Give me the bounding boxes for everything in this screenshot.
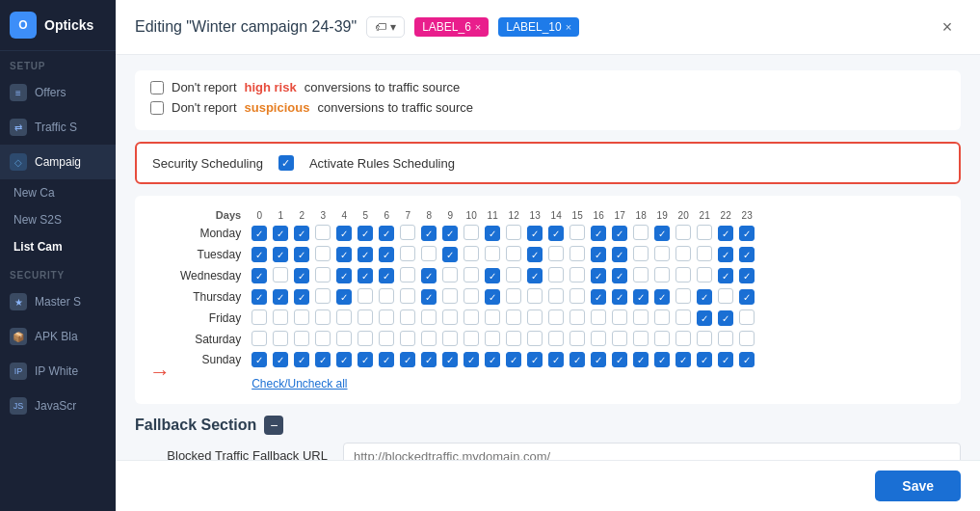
day-checkbox-0-23[interactable]: ✓: [739, 226, 755, 241]
day-checkbox-3-6[interactable]: [379, 288, 394, 304]
day-checkbox-6-3[interactable]: ✓: [315, 352, 331, 367]
day-checkbox-6-21[interactable]: ✓: [697, 352, 712, 367]
day-checkbox-6-1[interactable]: ✓: [273, 352, 288, 367]
day-checkbox-0-19[interactable]: ✓: [654, 226, 670, 241]
day-checkbox-6-14[interactable]: ✓: [548, 352, 564, 367]
day-checkbox-1-4[interactable]: ✓: [336, 247, 352, 262]
day-checkbox-3-13[interactable]: [527, 288, 543, 304]
day-checkbox-0-8[interactable]: ✓: [421, 226, 437, 241]
day-checkbox-2-15[interactable]: [569, 267, 585, 282]
day-checkbox-0-3[interactable]: [315, 225, 331, 240]
day-checkbox-2-13[interactable]: ✓: [527, 268, 543, 283]
day-checkbox-0-20[interactable]: [675, 225, 691, 240]
day-checkbox-3-7[interactable]: [400, 288, 415, 304]
day-checkbox-6-9[interactable]: ✓: [442, 352, 458, 367]
day-checkbox-0-17[interactable]: ✓: [612, 226, 627, 241]
day-checkbox-0-11[interactable]: ✓: [485, 226, 500, 241]
day-checkbox-4-14[interactable]: [548, 309, 564, 325]
day-checkbox-5-20[interactable]: [675, 331, 691, 346]
day-checkbox-3-11[interactable]: ✓: [485, 289, 500, 305]
day-checkbox-6-0[interactable]: ✓: [252, 352, 267, 367]
day-checkbox-5-6[interactable]: [379, 331, 394, 346]
day-checkbox-5-18[interactable]: [633, 331, 649, 346]
day-checkbox-3-10[interactable]: [464, 288, 479, 304]
day-checkbox-5-17[interactable]: [612, 331, 627, 346]
day-checkbox-6-23[interactable]: ✓: [739, 352, 755, 367]
day-checkbox-2-20[interactable]: [675, 267, 691, 282]
day-checkbox-3-0[interactable]: ✓: [252, 289, 267, 305]
day-checkbox-4-0[interactable]: [252, 309, 267, 325]
day-checkbox-1-17[interactable]: ✓: [612, 247, 627, 262]
day-checkbox-6-5[interactable]: ✓: [358, 352, 373, 367]
day-checkbox-1-18[interactable]: [633, 246, 649, 261]
day-checkbox-5-23[interactable]: [739, 331, 755, 346]
day-checkbox-1-10[interactable]: [464, 246, 479, 261]
day-checkbox-2-8[interactable]: ✓: [421, 268, 437, 283]
day-checkbox-1-15[interactable]: [569, 246, 585, 261]
suspicious-checkbox[interactable]: [150, 101, 164, 115]
day-checkbox-3-3[interactable]: [315, 288, 331, 304]
day-checkbox-4-18[interactable]: [633, 309, 649, 325]
day-checkbox-5-0[interactable]: [252, 331, 267, 346]
day-checkbox-6-8[interactable]: ✓: [421, 352, 437, 367]
day-checkbox-0-9[interactable]: ✓: [442, 226, 458, 241]
day-checkbox-5-19[interactable]: [654, 331, 670, 346]
sidebar-item-js[interactable]: JS JavaScr: [0, 389, 116, 423]
day-checkbox-2-4[interactable]: ✓: [336, 268, 352, 283]
day-checkbox-2-0[interactable]: ✓: [252, 268, 267, 283]
day-checkbox-1-0[interactable]: ✓: [252, 247, 267, 262]
day-checkbox-2-6[interactable]: ✓: [379, 268, 394, 283]
day-checkbox-5-9[interactable]: [442, 331, 458, 346]
day-checkbox-4-21[interactable]: ✓: [697, 310, 712, 326]
day-checkbox-0-22[interactable]: ✓: [718, 226, 733, 241]
sidebar-item-campaigns[interactable]: ◇ Campaig: [0, 145, 116, 179]
day-checkbox-1-6[interactable]: ✓: [379, 247, 394, 262]
day-checkbox-1-22[interactable]: ✓: [718, 247, 733, 262]
day-checkbox-4-22[interactable]: ✓: [718, 310, 733, 326]
day-checkbox-0-12[interactable]: [506, 225, 521, 240]
day-checkbox-3-2[interactable]: ✓: [294, 289, 309, 305]
day-checkbox-5-3[interactable]: [315, 331, 331, 346]
day-checkbox-0-18[interactable]: [633, 225, 649, 240]
day-checkbox-0-7[interactable]: [400, 225, 415, 240]
day-checkbox-5-10[interactable]: [464, 331, 479, 346]
day-checkbox-2-7[interactable]: [400, 267, 415, 282]
day-checkbox-6-13[interactable]: ✓: [527, 352, 543, 367]
day-checkbox-5-13[interactable]: [527, 331, 543, 346]
day-checkbox-5-2[interactable]: [294, 331, 309, 346]
day-checkbox-1-14[interactable]: [548, 246, 564, 261]
day-checkbox-3-23[interactable]: ✓: [739, 289, 755, 305]
day-checkbox-2-1[interactable]: [273, 267, 288, 282]
day-checkbox-3-8[interactable]: ✓: [421, 289, 437, 305]
day-checkbox-0-5[interactable]: ✓: [358, 226, 373, 241]
day-checkbox-3-21[interactable]: ✓: [697, 289, 712, 305]
day-checkbox-5-8[interactable]: [421, 331, 437, 346]
save-button[interactable]: Save: [875, 471, 961, 501]
day-checkbox-4-23[interactable]: [739, 309, 755, 325]
day-checkbox-2-17[interactable]: ✓: [612, 268, 627, 283]
check-uncheck-all-link[interactable]: Check/Uncheck all: [252, 373, 347, 390]
day-checkbox-4-4[interactable]: [336, 309, 352, 325]
day-checkbox-2-23[interactable]: ✓: [739, 268, 755, 283]
day-checkbox-4-3[interactable]: [315, 309, 331, 325]
day-checkbox-4-7[interactable]: [400, 309, 415, 325]
day-checkbox-5-5[interactable]: [358, 331, 373, 346]
sidebar-subitem-new-s2s[interactable]: New S2S: [0, 206, 116, 233]
day-checkbox-2-9[interactable]: [442, 267, 458, 282]
day-checkbox-0-0[interactable]: ✓: [252, 226, 267, 241]
day-checkbox-5-1[interactable]: [273, 331, 288, 346]
day-checkbox-5-4[interactable]: [336, 331, 352, 346]
day-checkbox-1-9[interactable]: ✓: [442, 247, 458, 262]
day-checkbox-3-17[interactable]: ✓: [612, 289, 627, 305]
day-checkbox-4-20[interactable]: [675, 309, 691, 325]
day-checkbox-1-5[interactable]: ✓: [358, 247, 373, 262]
modal-scroll-area[interactable]: Don't report high risk conversions to tr…: [116, 55, 980, 460]
modal-close-button[interactable]: ×: [934, 13, 961, 40]
day-checkbox-6-11[interactable]: ✓: [485, 352, 500, 367]
day-checkbox-4-1[interactable]: [273, 309, 288, 325]
day-checkbox-2-3[interactable]: [315, 267, 331, 282]
sidebar-item-traffic[interactable]: ⇄ Traffic S: [0, 110, 116, 145]
day-checkbox-2-5[interactable]: ✓: [358, 268, 373, 283]
label10-close[interactable]: ×: [566, 21, 571, 33]
day-checkbox-4-8[interactable]: [421, 309, 437, 325]
